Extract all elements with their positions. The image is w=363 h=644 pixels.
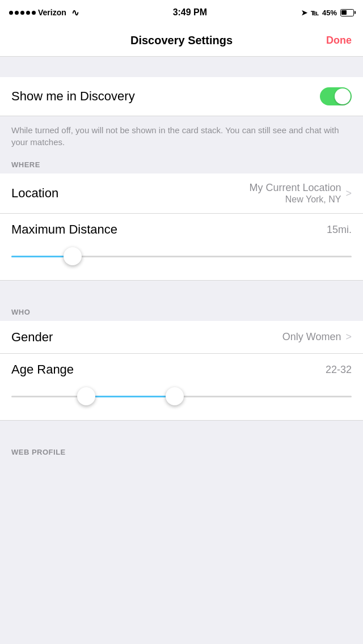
signal-dots bbox=[9, 11, 36, 15]
toggle-thumb bbox=[335, 88, 351, 104]
max-distance-thumb[interactable] bbox=[64, 247, 82, 265]
bluetooth-icon: ℡ bbox=[311, 9, 319, 17]
location-label: Location bbox=[11, 186, 58, 201]
max-distance-header: Maximum Distance 15mi. bbox=[11, 222, 352, 237]
wifi-icon: ∿ bbox=[71, 7, 79, 18]
gender-label: Gender bbox=[11, 330, 53, 345]
status-time: 3:49 PM bbox=[173, 7, 207, 18]
location-row[interactable]: Location My Current Location New York, N… bbox=[0, 173, 363, 214]
location-value-sub: My Current Location New York, NY bbox=[249, 182, 341, 205]
battery-percent: 45% bbox=[322, 9, 337, 17]
age-range-max-thumb[interactable] bbox=[166, 387, 184, 405]
location-value: My Current Location New York, NY > bbox=[249, 182, 352, 205]
status-bar: Verizon ∿ 3:49 PM ➤ ℡ 45% bbox=[0, 0, 363, 25]
age-range-label: Age Range bbox=[11, 362, 74, 377]
battery-icon bbox=[340, 9, 354, 16]
status-right: ➤ ℡ 45% bbox=[301, 9, 354, 17]
max-distance-slider-container[interactable] bbox=[11, 244, 352, 269]
age-range-header: Age Range 22-32 bbox=[11, 362, 352, 377]
gender-row[interactable]: Gender Only Women > bbox=[0, 321, 363, 354]
status-left: Verizon ∿ bbox=[9, 7, 79, 18]
age-range-row: Age Range 22-32 bbox=[0, 354, 363, 421]
age-range-slider-container[interactable] bbox=[11, 384, 352, 409]
gender-card: Gender Only Women > bbox=[0, 321, 363, 354]
age-range-value: 22-32 bbox=[326, 364, 352, 376]
signal-dot-3 bbox=[20, 11, 24, 15]
age-range-card: Age Range 22-32 bbox=[0, 354, 363, 421]
signal-dot-1 bbox=[9, 11, 13, 15]
discovery-toggle-card: Show me in Discovery bbox=[0, 77, 363, 116]
max-distance-card: Maximum Distance 15mi. bbox=[0, 214, 363, 281]
discovery-description: While turned off, you will not be shown … bbox=[0, 116, 363, 154]
discovery-toggle-switch[interactable] bbox=[320, 87, 352, 105]
age-range-min-thumb[interactable] bbox=[77, 387, 95, 405]
discovery-toggle-label: Show me in Discovery bbox=[11, 89, 135, 104]
age-range-fill bbox=[86, 396, 175, 397]
who-spacer bbox=[0, 281, 363, 301]
location-chevron: > bbox=[345, 188, 352, 200]
battery-fill bbox=[341, 10, 347, 15]
signal-dot-4 bbox=[26, 11, 30, 15]
signal-dot-2 bbox=[15, 11, 19, 15]
max-distance-value: 15mi. bbox=[327, 224, 352, 236]
top-spacer bbox=[0, 57, 363, 77]
discovery-toggle-row: Show me in Discovery bbox=[0, 77, 363, 116]
nav-bar: Discovery Settings Done bbox=[0, 25, 363, 57]
gender-chevron: > bbox=[345, 331, 352, 343]
who-section-header: WHO bbox=[0, 301, 363, 321]
max-distance-row: Maximum Distance 15mi. bbox=[0, 214, 363, 281]
location-secondary-text: New York, NY bbox=[285, 194, 341, 205]
max-distance-label: Maximum Distance bbox=[11, 222, 117, 237]
gender-value-text: Only Women bbox=[282, 331, 341, 343]
page-title: Discovery Settings bbox=[40, 34, 323, 47]
location-primary-text: My Current Location bbox=[249, 182, 341, 194]
signal-dot-5 bbox=[32, 11, 36, 15]
done-button[interactable]: Done bbox=[323, 35, 352, 46]
location-arrow-icon: ➤ bbox=[301, 9, 307, 17]
location-card: Location My Current Location New York, N… bbox=[0, 173, 363, 214]
web-profile-spacer bbox=[0, 421, 363, 441]
where-section-header: WHERE bbox=[0, 154, 363, 173]
battery-body bbox=[340, 9, 354, 16]
web-profile-section-header: WEB PROFILE bbox=[0, 441, 363, 461]
gender-value: Only Women > bbox=[282, 331, 352, 343]
carrier-label: Verizon bbox=[38, 8, 66, 17]
